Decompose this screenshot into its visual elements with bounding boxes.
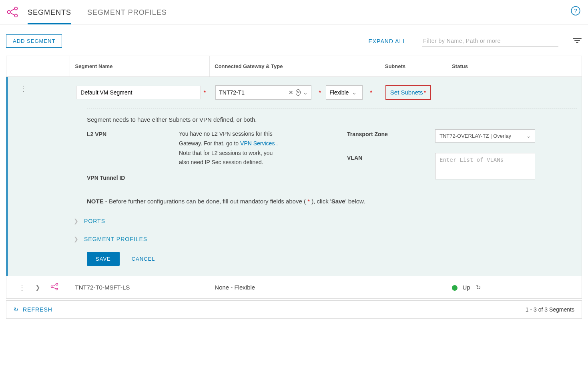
accordion-ports[interactable]: ❯ PORTS bbox=[8, 212, 582, 230]
clear-text-icon[interactable]: ✕ bbox=[289, 89, 293, 96]
gateway-cell: None - Flexible bbox=[210, 284, 380, 291]
subnet-vpn-hint: Segment needs to have either Subnets or … bbox=[8, 109, 582, 129]
row-menu-icon[interactable]: ⋮ bbox=[20, 85, 27, 100]
table-row: ⋮ ❯ TNT72-T0-MSFT-LS None - Flexible Up … bbox=[6, 276, 582, 298]
set-subnets-button[interactable]: Set Subnets * bbox=[385, 85, 431, 100]
type-value bbox=[329, 89, 349, 96]
vpn-services-link[interactable]: VPN Services bbox=[240, 140, 275, 147]
transport-zone-value: TNT72-OVERLAY-TZ | Overlay bbox=[439, 133, 524, 139]
l2vpn-label: L2 VPN bbox=[87, 129, 179, 167]
accordion-profiles-label: SEGMENT PROFILES bbox=[84, 236, 147, 242]
refresh-button[interactable]: ↻ REFRESH bbox=[14, 306, 52, 313]
svg-point-2 bbox=[14, 14, 17, 17]
col-segment-name: Segment Name bbox=[70, 56, 210, 76]
tab-bar: SEGMENTS SEGMENT PROFILES bbox=[6, 4, 183, 24]
segments-icon bbox=[6, 6, 19, 20]
save-button[interactable]: SAVE bbox=[87, 252, 120, 266]
refresh-label: REFRESH bbox=[23, 306, 52, 313]
svg-point-9 bbox=[56, 284, 58, 286]
col-subnets: Subnets bbox=[380, 56, 447, 76]
filter-settings-icon[interactable] bbox=[572, 37, 582, 45]
add-segment-button[interactable]: ADD SEGMENT bbox=[6, 34, 62, 48]
chevron-right-icon: ❯ bbox=[74, 236, 78, 242]
vlan-label: VLAN bbox=[347, 153, 435, 181]
chevron-down-icon[interactable]: ⌄ bbox=[303, 89, 308, 96]
required-mark: * bbox=[319, 89, 321, 96]
segment-name-input[interactable] bbox=[76, 86, 201, 99]
col-actions bbox=[6, 56, 70, 76]
accordion-ports-label: PORTS bbox=[84, 218, 105, 224]
chevron-right-icon: ❯ bbox=[74, 218, 78, 224]
required-mark: * bbox=[424, 89, 426, 96]
required-mark: * bbox=[203, 89, 206, 96]
vpn-tunnel-id-label: VPN Tunnel ID bbox=[87, 173, 179, 181]
clear-select-icon[interactable]: ✕ bbox=[296, 89, 301, 96]
gateway-select[interactable]: ✕ ✕ ⌄ bbox=[215, 85, 311, 100]
refresh-icon: ↻ bbox=[14, 306, 19, 313]
row-menu-icon[interactable]: ⋮ bbox=[18, 284, 26, 291]
gateway-input[interactable] bbox=[219, 89, 287, 96]
note-text: NOTE - Before further configurations can… bbox=[8, 187, 582, 212]
chevron-down-icon[interactable]: ⌄ bbox=[526, 133, 531, 139]
filter-input[interactable] bbox=[422, 35, 558, 47]
status-dot-icon bbox=[452, 285, 458, 291]
pagination-text: 1 - 3 of 3 Segments bbox=[526, 306, 574, 313]
vlan-input[interactable] bbox=[435, 153, 535, 179]
accordion-segment-profiles[interactable]: ❯ SEGMENT PROFILES bbox=[8, 230, 582, 248]
svg-point-10 bbox=[56, 288, 58, 290]
tab-segment-profiles[interactable]: SEGMENT PROFILES bbox=[87, 4, 167, 24]
help-icon[interactable]: ? bbox=[570, 6, 581, 17]
expand-all-button[interactable]: EXPAND ALL bbox=[368, 38, 406, 44]
col-connected-gateway: Connected Gateway & Type bbox=[210, 56, 380, 76]
tab-segments[interactable]: SEGMENTS bbox=[28, 4, 71, 24]
segments-table: Segment Name Connected Gateway & Type Su… bbox=[6, 56, 582, 299]
segment-name-cell: TNT72-T0-MSFT-LS bbox=[70, 284, 210, 291]
status-text: Up bbox=[462, 284, 470, 291]
svg-text:?: ? bbox=[574, 8, 577, 14]
refresh-status-icon[interactable]: ↻ bbox=[476, 284, 481, 291]
status-cell: Up ↻ bbox=[447, 284, 582, 291]
expand-row-icon[interactable]: ❯ bbox=[35, 284, 40, 291]
toolbar: ADD SEGMENT EXPAND ALL bbox=[0, 24, 588, 56]
transport-zone-select[interactable]: TNT72-OVERLAY-TZ | Overlay ⌄ bbox=[435, 129, 535, 143]
cancel-button[interactable]: CANCEL bbox=[132, 252, 155, 266]
chevron-down-icon[interactable]: ⌄ bbox=[352, 89, 357, 96]
segment-edit-row: ⋮ * ✕ ✕ ⌄ * ⌄ * bbox=[6, 77, 582, 276]
required-mark: * bbox=[370, 89, 372, 96]
svg-point-1 bbox=[14, 7, 17, 10]
set-subnets-link[interactable]: Set Subnets bbox=[390, 89, 423, 96]
transport-zone-label: Transport Zone bbox=[347, 129, 435, 143]
table-header: Segment Name Connected Gateway & Type Su… bbox=[6, 56, 582, 77]
type-select[interactable]: ⌄ bbox=[326, 85, 363, 100]
page-header: SEGMENTS SEGMENT PROFILES ? bbox=[0, 0, 588, 24]
svg-point-8 bbox=[51, 286, 53, 288]
table-footer: ↻ REFRESH 1 - 3 of 3 Segments bbox=[6, 300, 582, 319]
svg-point-0 bbox=[8, 10, 10, 13]
col-status: Status bbox=[447, 56, 582, 76]
segments-icon bbox=[50, 282, 59, 292]
l2vpn-value: You have no L2 VPN sessions for this Gat… bbox=[179, 129, 283, 167]
